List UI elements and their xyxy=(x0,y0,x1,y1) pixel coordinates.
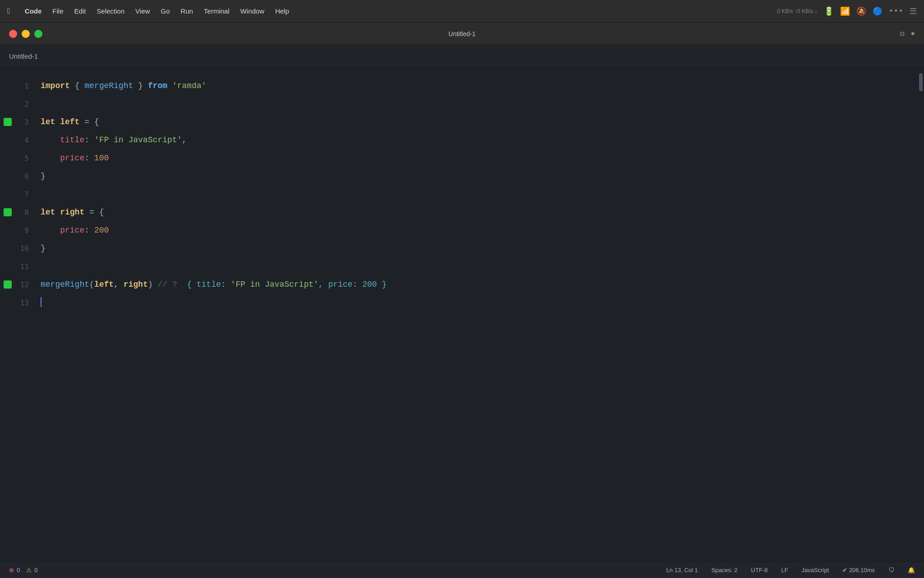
indent-size[interactable]: Spaces: 2 xyxy=(711,567,738,573)
line-num-10: 10 xyxy=(0,239,36,257)
error-icon: ⊗ xyxy=(9,567,14,573)
line-numbers: 1 2 3 4 5 6 7 8 9 10 11 12 13 xyxy=(0,68,36,562)
wifi-icon: 📶 xyxy=(840,6,850,16)
code-line-11 xyxy=(41,257,924,275)
code-line-6: } xyxy=(41,167,924,185)
traffic-lights xyxy=(9,30,42,38)
breakpoint-3[interactable] xyxy=(4,118,12,126)
window-title: Untitled-1 xyxy=(448,30,476,37)
code-line-4: title: 'FP in JavaScript', xyxy=(41,131,924,149)
list-icon: ☰ xyxy=(910,6,917,16)
encoding[interactable]: UTF-8 xyxy=(751,567,768,573)
status-bar: ⊗ 0 ⚠ 0 Ln 13, Col 1 Spaces: 2 UTF-8 LF … xyxy=(0,562,924,578)
line-num-7: 7 xyxy=(0,185,36,203)
line-num-1: 1 xyxy=(0,77,36,95)
feedback-icon[interactable]: 🗨 xyxy=(888,567,894,573)
menu-terminal[interactable]: Terminal xyxy=(199,5,235,17)
line-num-8: 8 xyxy=(0,203,36,221)
apple-icon[interactable]:  xyxy=(7,7,12,16)
notification-icon: 🔕 xyxy=(856,6,866,16)
active-tab[interactable]: Untitled-1 xyxy=(9,52,38,60)
line-num-11: 11 xyxy=(0,257,36,275)
code-line-10: } xyxy=(41,239,924,257)
editor-container: 1 2 3 4 5 6 7 8 9 10 11 12 13 import { m… xyxy=(0,68,924,562)
line-num-13: 13 xyxy=(0,294,36,312)
cursor-position[interactable]: Ln 13, Col 1 xyxy=(666,567,698,573)
maximize-button[interactable] xyxy=(34,30,42,38)
menu-go[interactable]: Go xyxy=(155,5,175,17)
scrollbar-track[interactable] xyxy=(918,68,924,562)
scrollbar-thumb[interactable] xyxy=(919,73,923,91)
code-line-1: import { mergeRight } from 'ramda' xyxy=(41,77,924,95)
code-line-13 xyxy=(41,294,924,312)
status-right: Ln 13, Col 1 Spaces: 2 UTF-8 LF JavaScri… xyxy=(666,567,915,573)
menu-window[interactable]: Window xyxy=(235,5,270,17)
code-line-12: mergeRight(left, right) // ? { title: 'F… xyxy=(41,275,924,294)
close-button[interactable] xyxy=(9,30,17,38)
more-actions-icon[interactable]: ● xyxy=(910,30,915,38)
language-mode[interactable]: JavaScript xyxy=(802,567,829,573)
line-num-2: 2 xyxy=(0,95,36,113)
code-line-7 xyxy=(41,185,924,203)
tab-bar: Untitled-1 xyxy=(0,45,924,68)
menu-file[interactable]: File xyxy=(47,5,69,17)
error-count[interactable]: ⊗ 0 ⚠ 0 xyxy=(9,567,37,573)
line-num-9: 9 xyxy=(0,221,36,239)
code-line-8: let right = { xyxy=(41,203,924,221)
title-bar: Untitled-1 ⊟ ● xyxy=(0,23,924,45)
breakpoint-12[interactable] xyxy=(4,280,12,289)
cursor xyxy=(41,297,42,307)
timing: ✔ 206.10ms xyxy=(842,567,875,573)
menu-code[interactable]: Code xyxy=(19,5,47,17)
code-editor[interactable]: import { mergeRight } from 'ramda' let l… xyxy=(36,68,924,562)
menu-edit[interactable]: Edit xyxy=(69,5,91,17)
line-num-4: 4 xyxy=(0,131,36,149)
code-line-9: price: 200 xyxy=(41,221,924,239)
battery-icon: 🔋 xyxy=(824,6,834,16)
notification-bell[interactable]: 🔔 xyxy=(908,567,915,573)
line-num-5: 5 xyxy=(0,149,36,167)
finder-icon: 🔵 xyxy=(873,6,882,16)
menu-help[interactable]: Help xyxy=(270,5,295,17)
menu-bar:  Code File Edit Selection View Go Run T… xyxy=(0,0,924,23)
menu-selection[interactable]: Selection xyxy=(91,5,130,17)
line-num-12: 12 xyxy=(0,275,36,294)
split-editor-icon[interactable]: ⊟ xyxy=(900,29,905,38)
network-status: 0 KB/s ↑0 KB/s ↓ xyxy=(777,8,817,14)
code-line-2 xyxy=(41,95,924,113)
warning-icon: ⚠ xyxy=(26,567,32,573)
breakpoint-8[interactable] xyxy=(4,208,12,216)
minimize-button[interactable] xyxy=(22,30,30,38)
line-num-6: 6 xyxy=(0,167,36,185)
code-line-3: let left = { xyxy=(41,113,924,131)
token-import: import xyxy=(41,77,70,95)
line-num-3: 3 xyxy=(0,113,36,131)
code-line-5: price: 100 xyxy=(41,149,924,167)
menu-view[interactable]: View xyxy=(130,5,155,17)
line-ending[interactable]: LF xyxy=(781,567,788,573)
menu-run[interactable]: Run xyxy=(175,5,199,17)
more-icon: ••• xyxy=(889,7,903,16)
title-bar-actions: ⊟ ● xyxy=(900,29,915,38)
